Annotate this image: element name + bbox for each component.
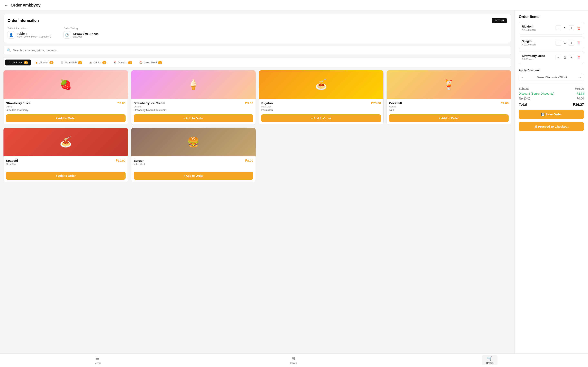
menu-card-desc-3: Pasta dish bbox=[261, 109, 381, 112]
qty-increase-btn-1[interactable]: + bbox=[569, 40, 574, 46]
cat-icon-main: 🍴 bbox=[61, 61, 64, 64]
cat-icon-alcohol: 🍺 bbox=[35, 61, 38, 64]
order-item-price-2: ₱3.00 each bbox=[522, 58, 555, 61]
add-to-order-btn-6[interactable]: + Add to Order bbox=[134, 172, 253, 180]
nav-label-orders: Orders bbox=[486, 362, 493, 365]
cat-label-deserts: Deserts bbox=[118, 61, 127, 64]
cat-count-all: 6 bbox=[24, 61, 28, 64]
nav-item-menu[interactable]: ☰ Menu bbox=[90, 355, 105, 365]
menu-card-desc-6 bbox=[134, 166, 253, 169]
nav-icon-menu: ☰ bbox=[96, 356, 99, 361]
order-info-header: Order Information ACTIVE bbox=[8, 18, 507, 23]
menu-card-name-2: Strawberry Ice Cream bbox=[134, 101, 165, 105]
cat-tab-main[interactable]: 🍴 Main Dish 2 bbox=[58, 59, 85, 66]
timing-info-section: Order Timing 🕐 Created 08:47 AM 3/5/2025 bbox=[63, 27, 98, 39]
menu-card-5: 🍝 Spagetti ₱10.00 Main Dish + Add to Ord… bbox=[3, 128, 128, 182]
cat-label-value: Value Meal bbox=[144, 61, 157, 64]
order-item-price-1: ₱10.00 each bbox=[522, 43, 555, 46]
delete-item-btn-0[interactable]: 🗑 bbox=[577, 26, 581, 30]
qty-num-2: 2 bbox=[563, 56, 567, 59]
clock-icon: 🕐 bbox=[63, 31, 71, 39]
save-order-button[interactable]: 💾 Save Order bbox=[519, 110, 584, 119]
menu-card-name-6: Burger bbox=[134, 159, 144, 162]
total-label: Total bbox=[519, 103, 527, 107]
totals-section: Subtotal ₱39.00 Discount (Senior Discoun… bbox=[519, 84, 584, 107]
qty-decrease-btn-0[interactable]: − bbox=[555, 25, 561, 31]
order-info-body: Table Information 👤 Table 4 Floor: Lower… bbox=[8, 27, 507, 39]
add-to-order-btn-1[interactable]: + Add to Order bbox=[6, 114, 126, 122]
add-to-order-btn-3[interactable]: + Add to Order bbox=[261, 114, 381, 122]
order-item: Spageti ₱10.00 each − 1 + 🗑 bbox=[519, 36, 584, 49]
menu-card-category-4: Alcohol bbox=[389, 105, 509, 108]
total-row: Total ₱36.27 bbox=[519, 103, 584, 107]
menu-card-price-3: ₱23.00 bbox=[371, 101, 381, 105]
menu-card-img-3: 🍝 bbox=[259, 70, 383, 99]
order-item: Rigatoni ₱23.00 each − 1 + 🗑 bbox=[519, 22, 584, 34]
main-content: Order Information ACTIVE Table Informati… bbox=[0, 11, 588, 353]
menu-card-price-6: ₱8.00 bbox=[245, 159, 253, 162]
menu-card-img-1: 🍓 bbox=[3, 70, 128, 99]
tax-value: ₱0.00 bbox=[577, 97, 584, 100]
app-container: ← Order #mkbyoy Order Information ACTIVE… bbox=[0, 0, 588, 367]
table-info-label: Table Information bbox=[8, 27, 51, 30]
nav-icon-tables: ⊞ bbox=[292, 356, 295, 361]
chevron-down-icon: ▾ bbox=[579, 76, 581, 79]
qty-decrease-btn-2[interactable]: − bbox=[555, 55, 561, 60]
nav-item-tables[interactable]: ⊞ Tables bbox=[286, 355, 301, 365]
order-item-price-0: ₱23.00 each bbox=[522, 29, 555, 31]
qty-decrease-btn-1[interactable]: − bbox=[555, 40, 561, 46]
active-badge: ACTIVE bbox=[492, 18, 507, 23]
table-info-section: Table Information 👤 Table 4 Floor: Lower… bbox=[8, 27, 51, 39]
qty-increase-btn-0[interactable]: + bbox=[569, 25, 574, 31]
subtotal-label: Subtotal bbox=[519, 87, 529, 90]
menu-card-price-1: ₱3.00 bbox=[117, 101, 125, 105]
menu-card-desc-5 bbox=[6, 166, 126, 169]
add-to-order-btn-5[interactable]: + Add to Order bbox=[6, 172, 126, 180]
cat-tab-deserts[interactable]: 🍨 Deserts 1 bbox=[111, 59, 135, 66]
menu-card-6: 🍔 Burger ₱8.00 Value Meal + Add to Order bbox=[131, 128, 256, 182]
table-name: Table 4 bbox=[17, 32, 51, 35]
cat-icon-drinks: ☕ bbox=[89, 61, 92, 64]
timing-main: Created 08:47 AM bbox=[73, 32, 98, 35]
search-bar[interactable]: 🔍 bbox=[3, 46, 511, 55]
menu-card-4: 🍹 Cocktaill ₱4.00 Alcohol Alak + Add to … bbox=[387, 70, 511, 125]
nav-icon-orders: 🛒 bbox=[487, 356, 492, 361]
header: ← Order #mkbyoy bbox=[0, 0, 588, 11]
menu-card-desc-1: Juice like strawberry bbox=[6, 109, 126, 112]
right-panel: Order Items Rigatoni ₱23.00 each − 1 + 🗑… bbox=[515, 11, 588, 353]
menu-card-img-2: 🍦 bbox=[131, 70, 256, 99]
qty-num-0: 1 bbox=[563, 26, 567, 30]
cat-tab-all[interactable]: 🍴 All Items 6 bbox=[5, 59, 31, 66]
menu-card-category-5: Main Dish bbox=[6, 163, 126, 165]
cat-icon-deserts: 🍨 bbox=[113, 61, 117, 64]
menu-grid: 🍓 Strawberry Juice ₱3.00 Drinks Juice li… bbox=[3, 70, 511, 182]
order-items-title: Order Items bbox=[519, 15, 584, 19]
cat-tab-value[interactable]: 🏠 Value Meal 1 bbox=[136, 59, 165, 66]
qty-increase-btn-2[interactable]: + bbox=[569, 55, 574, 60]
timing-label: Order Timing bbox=[63, 27, 98, 30]
cat-label-alcohol: Alcohol bbox=[39, 61, 48, 64]
discount-tag-icon: 🏷 bbox=[522, 76, 525, 79]
cat-tab-alcohol[interactable]: 🍺 Alcohol 1 bbox=[32, 59, 56, 66]
category-tabs: 🍴 All Items 6🍺 Alcohol 1🍴 Main Dish 2☕ D… bbox=[3, 58, 511, 67]
cat-label-drinks: Drinks bbox=[94, 61, 101, 64]
menu-card-name-4: Cocktaill bbox=[389, 101, 402, 105]
subtotal-value: ₱39.00 bbox=[575, 87, 584, 90]
back-button[interactable]: ← bbox=[4, 3, 8, 8]
proceed-checkout-button[interactable]: 🖨 Proceed to Checkout bbox=[519, 122, 584, 131]
order-item-name-1: Spageti bbox=[522, 40, 555, 43]
bottom-nav: ☰ Menu⊞ Tables🛒 Orders bbox=[0, 353, 588, 367]
menu-card-category-2: Deserts bbox=[134, 105, 253, 108]
delete-item-btn-1[interactable]: 🗑 bbox=[577, 41, 581, 45]
search-input[interactable] bbox=[13, 49, 508, 52]
nav-item-orders[interactable]: 🛒 Orders bbox=[482, 355, 498, 365]
discount-select[interactable]: 🏷 Senior Discounts - 7% off ▾ bbox=[519, 74, 584, 81]
tax-label: Tax (0%) bbox=[519, 97, 530, 100]
add-to-order-btn-2[interactable]: + Add to Order bbox=[134, 114, 253, 122]
delete-item-btn-2[interactable]: 🗑 bbox=[577, 55, 581, 60]
cat-tab-drinks[interactable]: ☕ Drinks 1 bbox=[86, 59, 109, 66]
menu-card-name-3: Rigatoni bbox=[261, 101, 274, 105]
order-item: Strawberry Juice ₱3.00 each − 2 + 🗑 bbox=[519, 51, 584, 64]
add-to-order-btn-4[interactable]: + Add to Order bbox=[389, 114, 509, 122]
menu-card-price-4: ₱4.00 bbox=[501, 101, 509, 105]
